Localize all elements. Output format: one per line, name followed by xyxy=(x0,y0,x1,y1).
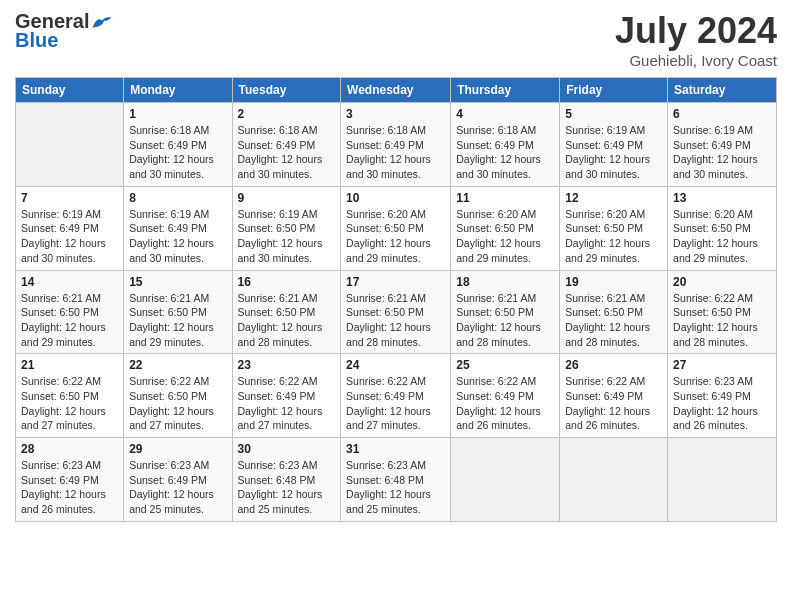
day-info: Sunrise: 6:18 AM Sunset: 6:49 PM Dayligh… xyxy=(346,123,445,182)
table-cell: 17Sunrise: 6:21 AM Sunset: 6:50 PM Dayli… xyxy=(341,270,451,354)
table-cell: 31Sunrise: 6:23 AM Sunset: 6:48 PM Dayli… xyxy=(341,438,451,522)
table-cell: 12Sunrise: 6:20 AM Sunset: 6:50 PM Dayli… xyxy=(560,186,668,270)
page: General Blue July 2024 Guehiebli, Ivory … xyxy=(0,0,792,612)
week-row-5: 28Sunrise: 6:23 AM Sunset: 6:49 PM Dayli… xyxy=(16,438,777,522)
table-cell: 4Sunrise: 6:18 AM Sunset: 6:49 PM Daylig… xyxy=(451,103,560,187)
table-cell: 27Sunrise: 6:23 AM Sunset: 6:49 PM Dayli… xyxy=(668,354,777,438)
day-number: 7 xyxy=(21,191,118,205)
week-row-1: 1Sunrise: 6:18 AM Sunset: 6:49 PM Daylig… xyxy=(16,103,777,187)
day-number: 11 xyxy=(456,191,554,205)
table-cell: 18Sunrise: 6:21 AM Sunset: 6:50 PM Dayli… xyxy=(451,270,560,354)
table-cell: 1Sunrise: 6:18 AM Sunset: 6:49 PM Daylig… xyxy=(124,103,232,187)
table-cell: 19Sunrise: 6:21 AM Sunset: 6:50 PM Dayli… xyxy=(560,270,668,354)
table-cell: 13Sunrise: 6:20 AM Sunset: 6:50 PM Dayli… xyxy=(668,186,777,270)
day-info: Sunrise: 6:19 AM Sunset: 6:49 PM Dayligh… xyxy=(673,123,771,182)
header: General Blue July 2024 Guehiebli, Ivory … xyxy=(15,10,777,69)
day-info: Sunrise: 6:18 AM Sunset: 6:49 PM Dayligh… xyxy=(456,123,554,182)
day-number: 29 xyxy=(129,442,226,456)
day-info: Sunrise: 6:21 AM Sunset: 6:50 PM Dayligh… xyxy=(565,291,662,350)
header-friday: Friday xyxy=(560,78,668,103)
header-saturday: Saturday xyxy=(668,78,777,103)
day-info: Sunrise: 6:23 AM Sunset: 6:48 PM Dayligh… xyxy=(238,458,336,517)
day-number: 1 xyxy=(129,107,226,121)
day-number: 23 xyxy=(238,358,336,372)
calendar-table: Sunday Monday Tuesday Wednesday Thursday… xyxy=(15,77,777,522)
day-number: 19 xyxy=(565,275,662,289)
day-number: 24 xyxy=(346,358,445,372)
day-number: 16 xyxy=(238,275,336,289)
title-area: July 2024 Guehiebli, Ivory Coast xyxy=(615,10,777,69)
table-cell: 24Sunrise: 6:22 AM Sunset: 6:49 PM Dayli… xyxy=(341,354,451,438)
day-info: Sunrise: 6:20 AM Sunset: 6:50 PM Dayligh… xyxy=(673,207,771,266)
day-info: Sunrise: 6:23 AM Sunset: 6:49 PM Dayligh… xyxy=(21,458,118,517)
day-number: 15 xyxy=(129,275,226,289)
day-number: 22 xyxy=(129,358,226,372)
table-cell: 16Sunrise: 6:21 AM Sunset: 6:50 PM Dayli… xyxy=(232,270,341,354)
day-number: 17 xyxy=(346,275,445,289)
day-number: 8 xyxy=(129,191,226,205)
day-info: Sunrise: 6:21 AM Sunset: 6:50 PM Dayligh… xyxy=(238,291,336,350)
day-number: 26 xyxy=(565,358,662,372)
day-info: Sunrise: 6:22 AM Sunset: 6:49 PM Dayligh… xyxy=(346,374,445,433)
table-cell xyxy=(560,438,668,522)
location: Guehiebli, Ivory Coast xyxy=(615,52,777,69)
day-info: Sunrise: 6:21 AM Sunset: 6:50 PM Dayligh… xyxy=(456,291,554,350)
day-number: 30 xyxy=(238,442,336,456)
day-number: 18 xyxy=(456,275,554,289)
day-number: 14 xyxy=(21,275,118,289)
day-info: Sunrise: 6:21 AM Sunset: 6:50 PM Dayligh… xyxy=(346,291,445,350)
table-cell: 5Sunrise: 6:19 AM Sunset: 6:49 PM Daylig… xyxy=(560,103,668,187)
table-cell: 11Sunrise: 6:20 AM Sunset: 6:50 PM Dayli… xyxy=(451,186,560,270)
header-monday: Monday xyxy=(124,78,232,103)
calendar-header-row: Sunday Monday Tuesday Wednesday Thursday… xyxy=(16,78,777,103)
table-cell: 9Sunrise: 6:19 AM Sunset: 6:50 PM Daylig… xyxy=(232,186,341,270)
day-info: Sunrise: 6:19 AM Sunset: 6:49 PM Dayligh… xyxy=(565,123,662,182)
day-number: 21 xyxy=(21,358,118,372)
day-number: 9 xyxy=(238,191,336,205)
day-info: Sunrise: 6:21 AM Sunset: 6:50 PM Dayligh… xyxy=(129,291,226,350)
table-cell xyxy=(451,438,560,522)
table-cell: 2Sunrise: 6:18 AM Sunset: 6:49 PM Daylig… xyxy=(232,103,341,187)
table-cell: 28Sunrise: 6:23 AM Sunset: 6:49 PM Dayli… xyxy=(16,438,124,522)
day-info: Sunrise: 6:23 AM Sunset: 6:49 PM Dayligh… xyxy=(673,374,771,433)
day-info: Sunrise: 6:19 AM Sunset: 6:49 PM Dayligh… xyxy=(21,207,118,266)
day-number: 28 xyxy=(21,442,118,456)
week-row-2: 7Sunrise: 6:19 AM Sunset: 6:49 PM Daylig… xyxy=(16,186,777,270)
day-info: Sunrise: 6:20 AM Sunset: 6:50 PM Dayligh… xyxy=(565,207,662,266)
day-number: 2 xyxy=(238,107,336,121)
table-cell xyxy=(16,103,124,187)
month-year: July 2024 xyxy=(615,10,777,52)
table-cell: 22Sunrise: 6:22 AM Sunset: 6:50 PM Dayli… xyxy=(124,354,232,438)
day-number: 3 xyxy=(346,107,445,121)
day-number: 5 xyxy=(565,107,662,121)
table-cell: 20Sunrise: 6:22 AM Sunset: 6:50 PM Dayli… xyxy=(668,270,777,354)
table-cell: 3Sunrise: 6:18 AM Sunset: 6:49 PM Daylig… xyxy=(341,103,451,187)
day-info: Sunrise: 6:18 AM Sunset: 6:49 PM Dayligh… xyxy=(238,123,336,182)
day-info: Sunrise: 6:20 AM Sunset: 6:50 PM Dayligh… xyxy=(346,207,445,266)
table-cell: 21Sunrise: 6:22 AM Sunset: 6:50 PM Dayli… xyxy=(16,354,124,438)
day-number: 31 xyxy=(346,442,445,456)
table-cell: 6Sunrise: 6:19 AM Sunset: 6:49 PM Daylig… xyxy=(668,103,777,187)
day-number: 6 xyxy=(673,107,771,121)
table-cell xyxy=(668,438,777,522)
day-info: Sunrise: 6:22 AM Sunset: 6:50 PM Dayligh… xyxy=(21,374,118,433)
day-number: 25 xyxy=(456,358,554,372)
table-cell: 29Sunrise: 6:23 AM Sunset: 6:49 PM Dayli… xyxy=(124,438,232,522)
day-number: 12 xyxy=(565,191,662,205)
day-info: Sunrise: 6:23 AM Sunset: 6:49 PM Dayligh… xyxy=(129,458,226,517)
table-cell: 26Sunrise: 6:22 AM Sunset: 6:49 PM Dayli… xyxy=(560,354,668,438)
day-info: Sunrise: 6:22 AM Sunset: 6:50 PM Dayligh… xyxy=(673,291,771,350)
table-cell: 8Sunrise: 6:19 AM Sunset: 6:49 PM Daylig… xyxy=(124,186,232,270)
table-cell: 15Sunrise: 6:21 AM Sunset: 6:50 PM Dayli… xyxy=(124,270,232,354)
day-info: Sunrise: 6:22 AM Sunset: 6:49 PM Dayligh… xyxy=(565,374,662,433)
day-number: 13 xyxy=(673,191,771,205)
table-cell: 25Sunrise: 6:22 AM Sunset: 6:49 PM Dayli… xyxy=(451,354,560,438)
week-row-3: 14Sunrise: 6:21 AM Sunset: 6:50 PM Dayli… xyxy=(16,270,777,354)
week-row-4: 21Sunrise: 6:22 AM Sunset: 6:50 PM Dayli… xyxy=(16,354,777,438)
day-info: Sunrise: 6:18 AM Sunset: 6:49 PM Dayligh… xyxy=(129,123,226,182)
logo-blue-text: Blue xyxy=(15,29,58,52)
day-info: Sunrise: 6:22 AM Sunset: 6:50 PM Dayligh… xyxy=(129,374,226,433)
logo: General Blue xyxy=(15,10,113,52)
day-number: 20 xyxy=(673,275,771,289)
day-number: 10 xyxy=(346,191,445,205)
